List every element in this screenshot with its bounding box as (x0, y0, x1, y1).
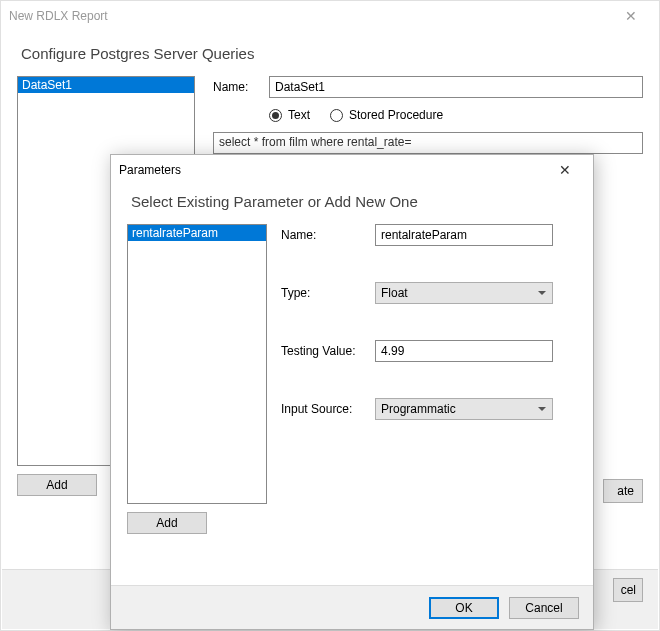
parameters-listbox[interactable]: rentalrateParam (127, 224, 267, 504)
param-name-input[interactable]: rentalrateParam (375, 224, 553, 246)
query-textarea[interactable]: select * from film where rental_rate= (213, 132, 643, 154)
param-type-select[interactable]: Float (375, 282, 553, 304)
partial-cancel-button[interactable]: cel (613, 578, 643, 602)
command-type-stored-radio[interactable]: Stored Procedure (330, 108, 443, 122)
add-parameter-button[interactable]: Add (127, 512, 207, 534)
parent-window-title: New RDLX Report (9, 9, 611, 23)
ok-button[interactable]: OK (429, 597, 499, 619)
cancel-button[interactable]: Cancel (509, 597, 579, 619)
dataset-name-input[interactable]: DataSet1 (269, 76, 643, 98)
select-value: Float (381, 286, 408, 300)
chevron-down-icon (538, 407, 546, 411)
dataset-item[interactable]: DataSet1 (18, 77, 194, 93)
testing-value-label: Testing Value: (281, 344, 375, 358)
select-value: Programmatic (381, 402, 456, 416)
modal-heading: Select Existing Parameter or Add New One (131, 193, 577, 210)
radio-label: Text (288, 108, 310, 122)
modal-content: Select Existing Parameter or Add New One… (111, 185, 593, 585)
testing-value-input[interactable]: 4.99 (375, 340, 553, 362)
modal-window-title: Parameters (119, 163, 545, 177)
add-dataset-button[interactable]: Add (17, 474, 97, 496)
input-source-select[interactable]: Programmatic (375, 398, 553, 420)
radio-icon (330, 109, 343, 122)
modal-footer: OK Cancel (111, 585, 593, 629)
partial-button[interactable]: ate (603, 479, 643, 503)
parent-titlebar: New RDLX Report ✕ (1, 1, 659, 31)
section-heading: Configure Postgres Server Queries (21, 45, 643, 62)
close-icon[interactable]: ✕ (545, 162, 585, 178)
command-type-text-radio[interactable]: Text (269, 108, 310, 122)
close-icon[interactable]: ✕ (611, 8, 651, 24)
modal-titlebar: Parameters ✕ (111, 155, 593, 185)
radio-icon (269, 109, 282, 122)
param-name-label: Name: (281, 228, 375, 242)
param-type-label: Type: (281, 286, 375, 300)
parameter-item[interactable]: rentalrateParam (128, 225, 266, 241)
name-label: Name: (213, 80, 269, 94)
input-source-label: Input Source: (281, 402, 375, 416)
chevron-down-icon (538, 291, 546, 295)
radio-label: Stored Procedure (349, 108, 443, 122)
parameters-dialog: Parameters ✕ Select Existing Parameter o… (110, 154, 594, 630)
